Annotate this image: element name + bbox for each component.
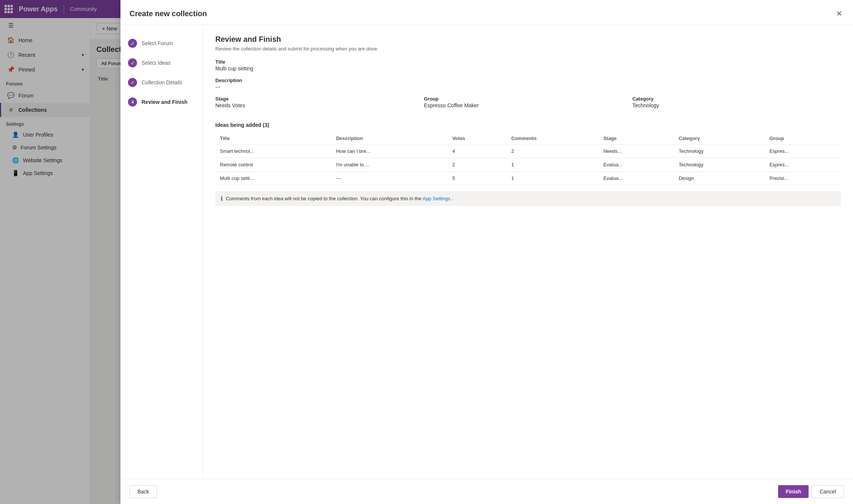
modal-title: Create new collection [129,9,207,18]
ideas-table: Title Description Votes Comments Stage C… [215,132,841,185]
category-col: Category Technology [632,96,841,114]
stage-col: Stage Needs Votes [215,96,424,114]
wizard-step-review-finish[interactable]: 4 Review and Finish [120,92,203,112]
ideas-count-label: Ideas being added (3) [215,122,841,128]
step-label-1: Select Forum [142,40,173,46]
info-banner: ℹ Comments from each idea will not be co… [215,191,841,206]
wizard-step-select-forum[interactable]: Select Forum [120,33,203,53]
title-field-value: Multi cup setting [215,65,841,72]
cell-category: Design [674,172,765,185]
cell-votes: 2 [448,158,507,172]
description-field-label: Description [215,78,841,83]
cell-group: Espres... [765,158,841,172]
wizard-step-select-ideas[interactable]: Select Ideas [120,53,203,73]
col-header-comments: Comments [507,132,599,145]
col-header-group: Group [765,132,841,145]
cell-stage: Evalua... [599,172,674,185]
cell-group: Precisi... [765,172,841,185]
cell-votes: 5 [448,172,507,185]
category-value: Technology [632,102,841,108]
review-subtext: Review the collection details and submit… [215,46,841,52]
cell-comments: 1 [507,158,599,172]
review-heading: Review and Finish [215,35,841,44]
step-circle-4: 4 [128,97,137,107]
app-settings-link[interactable]: App Settings [423,196,451,201]
cell-category: Technology [674,158,765,172]
review-content: Review and Finish Review the collection … [203,24,853,479]
cell-description: How can I bre... [332,145,448,158]
group-value: Espresso Coffee Maker [424,102,632,108]
col-header-description: Description [332,132,448,145]
modal-header: Create new collection ✕ [120,0,853,24]
cell-comments: 2 [507,145,599,158]
stage-label: Stage [215,96,424,102]
footer-right: Finish Cancel [778,485,844,498]
step-circle-2 [128,58,137,67]
step-label-4: Review and Finish [142,99,187,105]
cell-description: --- [332,172,448,185]
col-header-title: Title [215,132,332,145]
info-text: Comments from each idea will not be copi… [226,196,453,201]
cell-group: Espres... [765,145,841,158]
wizard-steps: Select Forum Select Ideas Collection Det… [120,24,203,479]
modal-footer: Back Finish Cancel [120,479,853,504]
cell-title: Smart technol... [215,145,332,158]
review-meta-row: Stage Needs Votes Group Espresso Coffee … [215,96,841,114]
step-circle-3 [128,78,137,87]
table-row: Remote controlI'm unable to ...21Evalua.… [215,158,841,172]
cell-category: Technology [674,145,765,158]
step-circle-1 [128,39,137,48]
col-header-stage: Stage [599,132,674,145]
wizard-step-collection-details[interactable]: Collection Details [120,73,203,92]
col-header-category: Category [674,132,765,145]
modal-overlay: Create new collection ✕ Select Forum Sel… [0,0,853,504]
col-header-votes: Votes [448,132,507,145]
table-row: Multi cup setti...---51Evalua...DesignPr… [215,172,841,185]
cell-title: Multi cup setti... [215,172,332,185]
info-icon: ℹ [221,195,223,202]
description-field-value: --- [215,84,841,90]
group-col: Group Espresso Coffee Maker [424,96,632,114]
modal-panel: Create new collection ✕ Select Forum Sel… [120,0,853,504]
modal-body: Select Forum Select Ideas Collection Det… [120,24,853,479]
table-row: Smart technol...How can I bre...42Needs.… [215,145,841,158]
group-label: Group [424,96,632,102]
step-label-3: Collection Details [142,79,182,85]
cell-votes: 4 [448,145,507,158]
stage-value: Needs Votes [215,102,424,108]
cell-comments: 1 [507,172,599,185]
cell-stage: Needs... [599,145,674,158]
cancel-button[interactable]: Cancel [812,485,844,498]
cell-title: Remote control [215,158,332,172]
cell-description: I'm unable to ... [332,158,448,172]
close-button[interactable]: ✕ [835,8,844,20]
category-label: Category [632,96,841,102]
cell-stage: Evalua... [599,158,674,172]
back-button[interactable]: Back [129,485,157,498]
step-label-2: Select Ideas [142,60,171,66]
finish-button[interactable]: Finish [778,485,809,498]
title-field-label: Title [215,59,841,65]
